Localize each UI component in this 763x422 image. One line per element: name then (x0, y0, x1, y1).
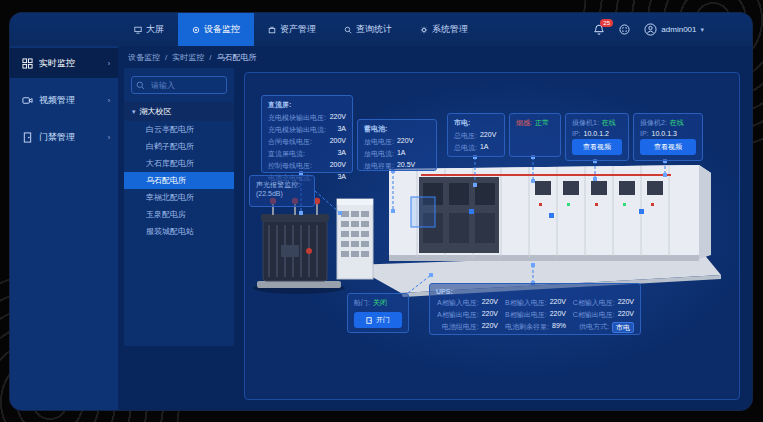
field-value: 3A (337, 173, 346, 183)
tab-label: 设备监控 (204, 23, 240, 36)
tab-query-stats[interactable]: 查询统计 (330, 13, 406, 46)
notification-badge: 25 (600, 19, 613, 27)
field-label: A相输入电压: (437, 298, 479, 308)
field-value: 220V (482, 322, 498, 333)
tab-label: 资产管理 (280, 23, 316, 36)
field-value: 200V (330, 137, 346, 147)
tab-asset-mgmt[interactable]: 资产管理 (254, 13, 330, 46)
sidebar-item-label: 视频管理 (39, 94, 102, 107)
field-label: 合闸母线电压: (268, 137, 312, 147)
view-video-button[interactable]: 查看视频 (572, 139, 622, 155)
field-label: 供电方式: (579, 322, 609, 333)
content-area: 设备监控 / 实时监控 / 乌石配电所 ▾ 湖大校区 (118, 46, 752, 410)
panel-title: 直流屏: (268, 100, 346, 110)
field-value: 1A (397, 149, 406, 159)
tree-root-node[interactable]: ▾ 湖大校区 (124, 102, 234, 121)
sound-light-alarm-panel: 声光报警监控: (22.5dB) (249, 175, 315, 207)
alarm-label: 声光报警监控: (256, 180, 308, 190)
door-icon (366, 317, 373, 324)
field-label: 直流屏电流: (268, 149, 305, 159)
field-label: 总电流: (454, 143, 477, 153)
sidebar-item-video-mgmt[interactable]: 视频管理 › (10, 85, 118, 115)
monitor-icon (192, 26, 200, 34)
app-window: 大屏 设备监控 资产管理 查询统计 系统管理 (10, 13, 752, 410)
tab-label: 大屏 (146, 23, 164, 36)
tree-item[interactable]: 玉泉配电房 (124, 206, 234, 223)
open-door-button[interactable]: 开门 (354, 312, 402, 328)
sidebar-item-access-control[interactable]: 门禁管理 › (10, 122, 118, 152)
tree-item[interactable]: 幸福北配电所 (124, 189, 234, 206)
field-label: 放电容量: (364, 161, 394, 171)
panel-title: 市电: (454, 118, 498, 128)
tab-device-monitor[interactable]: 设备监控 (178, 13, 254, 46)
door-label: 舱门: (354, 298, 370, 308)
device-frame: 大屏 设备监控 资产管理 查询统计 系统管理 (0, 0, 763, 422)
field-value: 220V (482, 310, 498, 320)
breadcrumb: 设备监控 / 实时监控 / 乌石配电所 (118, 46, 752, 68)
tab-dashboard[interactable]: 大屏 (120, 13, 178, 46)
field-value: 3A (337, 149, 346, 159)
open-door-label: 开门 (376, 315, 390, 325)
panel-title: UPS: (436, 288, 634, 295)
ip-value: 10.0.1.3 (652, 130, 677, 137)
breadcrumb-item[interactable]: 实时监控 (172, 52, 204, 63)
chevron-right-icon: › (108, 97, 110, 104)
station-tree-panel: ▾ 湖大校区 白云亭配电所 白鹤子配电所 大石库配电所 乌石配电所 幸福北配电所… (124, 68, 234, 346)
field-value: 220V (618, 298, 634, 308)
mains-panel: 市电: 总电压:220V 总电流:1A (447, 113, 505, 157)
view-video-button[interactable]: 查看视频 (640, 139, 696, 155)
field-label: 总电压: (454, 131, 477, 141)
query-icon (344, 26, 352, 34)
field-label: 放电电压: (364, 137, 394, 147)
station-overview-panel: 直流屏: 充电模块输出电压:220V 充电模块输出电流:3A 合闸母线电压:20… (244, 72, 740, 400)
field-value: 89% (552, 322, 566, 333)
header-actions: 25 admin001 ▾ (593, 13, 704, 46)
door-panel: 舱门:关闭 开门 (347, 293, 409, 333)
chevron-right-icon: › (108, 134, 110, 141)
breadcrumb-separator: / (165, 53, 167, 62)
field-value: 220V (618, 310, 634, 320)
tree-item[interactable]: 白云亭配电所 (124, 121, 234, 138)
field-value: 20.5V (397, 161, 415, 171)
field-value: 220V (330, 113, 346, 123)
field-value: 1A (480, 143, 489, 153)
dc-screen-panel: 直流屏: 充电模块输出电压:220V 充电模块输出电流:3A 合闸母线电压:20… (261, 95, 353, 173)
tree-item[interactable]: 服装城配电站 (124, 223, 234, 240)
camera2-panel: 摄像机2:在线 IP:10.0.1.3 查看视频 (633, 113, 703, 161)
ups-panel: UPS: A相输入电压:220V B相输入电压:220V C相输入电压:220V… (429, 283, 641, 335)
smoke-label: 烟感: (516, 118, 532, 128)
field-label: 电池组电压: (442, 322, 479, 333)
fullscreen-button[interactable] (619, 24, 630, 35)
field-label: 电池剩余容量: (505, 322, 549, 333)
tree-item[interactable]: 白鹤子配电所 (124, 138, 234, 155)
screen-icon (134, 26, 142, 34)
nav-tabs: 大屏 设备监控 资产管理 查询统计 系统管理 (120, 13, 482, 46)
tree-item-selected[interactable]: 乌石配电所 (124, 172, 234, 189)
caret-down-icon: ▾ (132, 108, 136, 116)
chevron-down-icon: ▾ (700, 26, 704, 34)
realtime-monitor-icon (22, 58, 33, 69)
tab-label: 查询统计 (356, 23, 392, 36)
field-label: 充电模块输出电压: (268, 113, 326, 123)
breadcrumb-item[interactable]: 设备监控 (128, 52, 160, 63)
gear-icon (420, 26, 428, 34)
field-value: 220V (550, 298, 566, 308)
sidebar-item-label: 实时监控 (39, 57, 102, 70)
avatar-icon (644, 23, 657, 36)
notification-bell[interactable]: 25 (593, 24, 605, 36)
user-menu[interactable]: admin001 ▾ (644, 23, 704, 36)
ip-label: IP: (640, 130, 649, 137)
panel-title: 蓄电池: (364, 124, 430, 134)
field-value: 220V (550, 310, 566, 320)
camera-status: 在线 (602, 118, 616, 128)
search-input[interactable] (149, 80, 222, 91)
camera1-panel: 摄像机1:在线 IP:10.0.1.2 查看视频 (565, 113, 629, 161)
field-label: B相输入电压: (505, 298, 547, 308)
fullscreen-icon (619, 24, 630, 35)
search-icon (136, 81, 145, 90)
sidebar-item-realtime-monitor[interactable]: 实时监控 › (10, 48, 118, 78)
camera-label: 摄像机1: (572, 118, 599, 128)
field-value: 220V (480, 131, 496, 141)
tab-system-mgmt[interactable]: 系统管理 (406, 13, 482, 46)
tree-item[interactable]: 大石库配电所 (124, 155, 234, 172)
